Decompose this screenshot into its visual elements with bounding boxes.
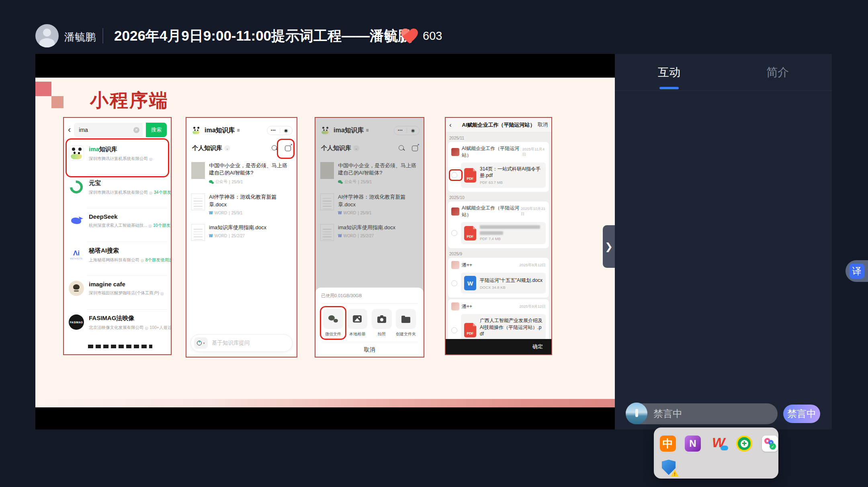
sender-name: 潘++ [462,303,472,310]
doc-thumbnail [191,224,205,241]
doc-thumbnail [191,162,205,179]
yuanbao-logo-icon [69,179,84,195]
upload-option-folder: 创建文件夹 [395,309,417,337]
side-panel: 互动 简介 禁言中 [615,54,832,429]
more-icon: ••• [267,128,280,132]
slide-decoration-square [35,82,51,96]
search-result-yuanbao: 元宝 深圳市腾讯计算机系统有限公司◎34个朋友使用过 [64,174,171,208]
file-radio [451,172,457,178]
translate-icon: 译 [849,263,864,279]
upload-option-album: 本地相册 [346,309,368,337]
sent-date: 2025年9月12日 [520,304,546,309]
streamer-avatar [35,24,59,47]
search-result-deepseek: DeepSeek 杭州深度求索人工智能基础技...◎10个朋友使用过 [64,208,171,242]
chinese-input-app-icon[interactable]: 中 [660,436,676,452]
360-safe-app-icon[interactable]: ✚ [736,436,752,452]
ima-logo-icon [191,125,201,135]
kb-section-title: 个人知识库 [192,144,222,152]
wechat-icon [209,180,214,184]
search-input: ima ✕ [74,123,143,137]
slide-bottom-gradient [35,399,615,407]
phone-screenshot-search: ‹ ima ✕ 搜索 ima知识库 深圳市腾讯计算机系统有限公司◎ [63,117,172,355]
heart-like-icon[interactable] [401,28,418,44]
doc-source: WORD [214,211,227,215]
folder-icon [401,317,410,323]
result-name: FASIMAG法映像 [89,314,167,322]
wechat-file-icon [328,315,338,323]
doc-title: 中国中小企业，是否必须、马上搭建自己的AI智能体? [209,162,292,177]
tab-interaction[interactable]: 互动 [615,54,723,90]
sender-name: 潘++ [462,262,472,269]
result-name: 元宝 [89,179,167,187]
recent-users: 100+人最近使用 [149,325,172,331]
doc-source: WORD [214,234,227,238]
file-name: 广西人工智能产业发展介绍及AI技能操作（平陆运河站）.pdf [480,317,542,337]
doc-title: AI伴学神器：游戏化教育新篇章.docx [209,193,292,208]
panel-tabbar: 互动 简介 [615,54,832,91]
file-card: AI赋能企业工作（平陆运河站）2025年10月21日 PDF PDF 7.4 M… [448,201,549,248]
sent-date: 2025年11月4日 [522,147,546,157]
pc-manager-app-icon[interactable]: ✓ [762,436,778,452]
sent-date: 2025年10月21日 [521,206,546,217]
result-name-highlight: ima [89,146,99,152]
storage-usage: 已使用0.01GB/30GB [321,293,418,299]
annotation-ring [449,169,463,181]
album-icon [353,315,362,323]
result-company: 深圳市腾讯计算机系统有限公司 [89,156,148,162]
onenote-app-icon[interactable]: N [685,436,701,452]
file-radio [451,230,457,236]
tile-label: 本地相册 [349,331,365,337]
video-stage: 小程序端 ‹ ima ✕ 搜索 ima知识库 深圳市腾讯计算机系统有限 [35,54,615,429]
chevron-right-icon: ❯ [605,241,613,252]
file-name: 314页：一站式科研AI指令手册.pdf [480,166,542,179]
tile-label: 微信文件 [325,331,341,337]
pdf-icon: PDF [464,168,476,183]
presentation-slide: 小程序端 ‹ ima ✕ 搜索 ima知识库 深圳市腾讯计算机系统有限 [35,78,615,407]
clear-icon: ✕ [133,127,139,133]
slide-title: 小程序端 [90,88,169,113]
chat-input[interactable] [653,403,770,424]
search-result-fasimag: FASIMAG FASIMAG法映像 北京法映像文化发展有限公司◎100+人最近… [64,309,171,343]
file-card: 潘++2025年9月12日 W 平陆运河“十五五”AI规划.docxDOCX 3… [448,258,549,298]
import-icon [285,146,291,151]
active-tab-underline [659,87,679,89]
search-button: 搜索 [146,123,167,137]
back-icon: ‹ [68,125,71,134]
cancel-button: 取消 [321,342,418,357]
kb-mode-icon: ▾ [194,337,208,349]
result-company: 深圳市腾讯计算机系统有限公司 [89,190,148,195]
sender-avatar [451,148,459,156]
cancel-button: 取消 [538,121,548,128]
upload-option-camera: 拍照 [371,309,393,337]
defender-shield-icon[interactable]: ! [661,460,677,476]
tile-label: 创建文件夹 [396,331,416,337]
panel-expand-button[interactable]: ❯ [603,225,615,268]
picker-bottom-bar: 确定 [446,339,551,354]
result-company: 北京法映像文化发展有限公司 [89,325,144,331]
date-section-label: 2025/9 [449,251,548,256]
doc-date: 25/9/1 [231,211,243,215]
doc-source: 公众号 [215,179,227,185]
slide-decoration-square-small [51,96,63,108]
search-bar: ‹ ima ✕ 搜索 [64,118,171,140]
ask-input: ▾ 基于知识库提问 [190,334,293,352]
muted-button[interactable]: 禁言中 [783,405,820,423]
kb-doc-item: ima知识库使用指南.docx WWORD|25/2/27 [186,220,297,245]
tab-intro[interactable]: 简介 [723,54,832,90]
verified-icon: ◎ [148,224,152,228]
word-icon: W [209,211,213,215]
result-name: DeepSeek [89,213,167,220]
search-result-metaso: ΛiMETASOTA 秘塔AI搜索 上海秘塔网络科技有限公司◎8个朋友使用过 [64,242,171,275]
sender-avatar [451,261,459,269]
ask-placeholder: 基于知识库提问 [212,339,250,347]
hamburger-icon: ≡ [237,127,240,133]
phone-screenshot-file-picker: ‹ AI赋能企业工作（平陆运河站） 取消 2025/11 AI赋能企业工作（平陆… [445,117,552,355]
search-query: ima [79,127,133,133]
back-icon: ‹ [449,121,452,129]
friends-used: 10个朋友使用过 [153,223,172,228]
wps-office-app-icon[interactable]: W [711,436,727,452]
kb-section-row: 个人知识库 ⌄ [186,144,297,152]
translate-button[interactable]: 译 [845,260,868,282]
pdf-icon: PDF [464,323,476,337]
sender-avatar [451,208,459,216]
